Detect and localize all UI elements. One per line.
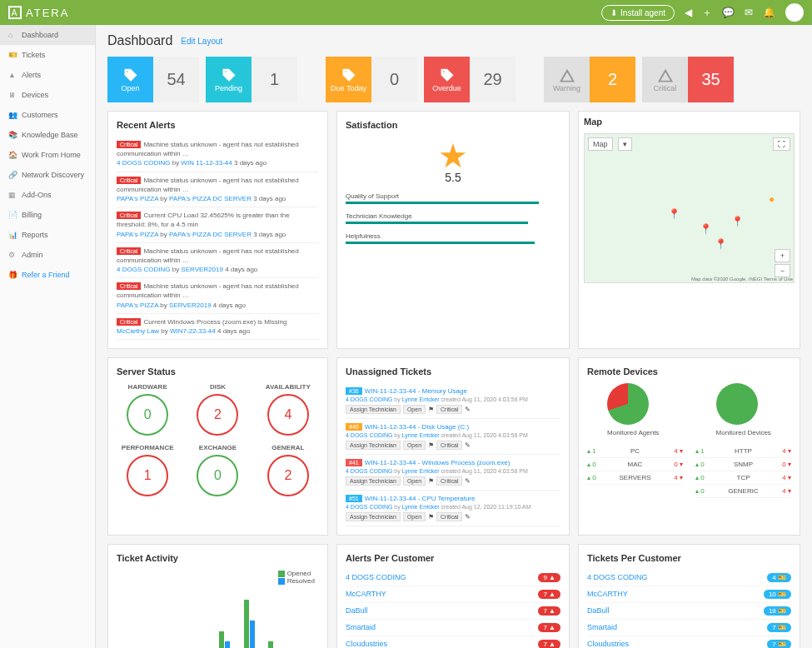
zoom-out-button[interactable]: −	[775, 264, 790, 277]
ticket-customer-link[interactable]: 4 DOGS CODING	[346, 396, 392, 402]
customer-name-link[interactable]: Cloudustries	[346, 640, 387, 648]
customer-link[interactable]: PAPA's PIZZA	[117, 302, 158, 309]
sidebar-item-devices[interactable]: 🖥Devices	[0, 85, 95, 105]
customer-row[interactable]: 4 DOGS CODING9 ▲	[346, 570, 560, 586]
open-status-button[interactable]: Open	[403, 512, 426, 521]
server-gauge-exchange[interactable]: EXCHANGE0	[187, 444, 248, 496]
stat-overdue[interactable]: Overdue29	[424, 57, 516, 102]
server-gauge-performance[interactable]: PERFORMANCE1	[117, 444, 178, 496]
sidebar-item-billing[interactable]: 📄Billing	[0, 205, 95, 225]
customer-name-link[interactable]: 4 DOGS CODING	[587, 573, 648, 582]
edit-layout-link[interactable]: Edit Layout	[181, 37, 222, 46]
customer-link[interactable]: McCarthy Law	[117, 327, 159, 335]
ticket-creator-link[interactable]: Lynne Erricker	[402, 504, 440, 510]
server-gauge-availability[interactable]: AVAILABILITY4	[257, 383, 319, 436]
chat-icon[interactable]: 💬	[722, 7, 735, 18]
sidebar-item-alerts[interactable]: ▲Alerts	[0, 65, 95, 85]
server-gauge-general[interactable]: GENERAL2	[257, 444, 319, 496]
device-link[interactable]: WIN 11-12-33-44	[181, 159, 232, 167]
sidebar-item-customers[interactable]: 👥Customers	[0, 105, 95, 125]
map-pin-icon[interactable]: ●	[769, 193, 775, 205]
ticket-title-link[interactable]: WIN-11-12-33-44 - Disk Usage (C:)	[365, 423, 469, 431]
stat-warning[interactable]: Warning2	[544, 57, 635, 102]
assign-technician-button[interactable]: Assign Technician	[346, 441, 401, 450]
customer-row[interactable]: Cloudustries7 🎫	[587, 636, 791, 648]
ticket-id-badge[interactable]: #36	[346, 387, 362, 395]
customer-row[interactable]: McCARTHY10 🎫	[587, 586, 791, 603]
map-canvas[interactable]: Map ▾ ⛶ + − 📍 📍 📍 📍 ● Map data ©2020 Goo…	[584, 133, 795, 283]
zoom-in-button[interactable]: +	[775, 249, 790, 262]
customer-name-link[interactable]: 4 DOGS CODING	[346, 573, 406, 582]
sidebar-item-tickets[interactable]: 🎫Tickets	[0, 45, 95, 65]
customer-row[interactable]: 4 DOGS CODING4 🎫	[587, 570, 791, 586]
ticket-id-badge[interactable]: #41	[346, 459, 362, 466]
device-link[interactable]: WIN7-22-33-44	[170, 327, 216, 335]
refer-friend-link[interactable]: 🎁Refer a Friend	[0, 265, 95, 285]
customer-link[interactable]: 4 DOGS CODING	[117, 159, 170, 167]
device-link[interactable]: PAPA's PIZZA DC SERVER	[169, 231, 252, 238]
alert-row[interactable]: CriticalCurrent CPU Load 32.45625% is gr…	[117, 207, 319, 243]
customer-link[interactable]: PAPA's PIZZA	[117, 231, 158, 238]
map-pin-icon[interactable]: 📍	[668, 208, 680, 220]
open-status-button[interactable]: Open	[403, 476, 426, 486]
ticket-id-badge[interactable]: #51	[346, 495, 362, 502]
customer-name-link[interactable]: Smartaid	[587, 623, 617, 632]
customer-name-link[interactable]: Smartaid	[346, 623, 376, 632]
bell-icon[interactable]: 🔔	[763, 7, 775, 18]
ticket-customer-link[interactable]: 4 DOGS CODING	[346, 432, 392, 438]
critical-priority-button[interactable]: Critical	[436, 405, 462, 414]
customer-name-link[interactable]: Cloudustries	[587, 640, 629, 648]
assign-technician-button[interactable]: Assign Technician	[346, 405, 401, 414]
ticket-creator-link[interactable]: Lynne Erricker	[402, 432, 440, 438]
customer-row[interactable]: Smartaid7 ▲	[346, 620, 560, 636]
sidebar-item-network-discovery[interactable]: 🔗Network Discovery	[0, 165, 95, 185]
ticket-customer-link[interactable]: 4 DOGS CODING	[346, 504, 392, 510]
down-count[interactable]: 4 ▾	[782, 474, 791, 481]
down-count[interactable]: 4 ▾	[674, 447, 683, 455]
open-status-button[interactable]: Open	[403, 405, 426, 414]
add-icon[interactable]: ＋	[702, 6, 712, 20]
edit-icon[interactable]: ✎	[465, 406, 471, 413]
customer-row[interactable]: DaBull7 ▲	[346, 603, 560, 620]
customer-row[interactable]: Smartaid7 🎫	[587, 620, 791, 636]
sidebar-item-knowledge-base[interactable]: 📚Knowledge Base	[0, 125, 95, 145]
ticket-customer-link[interactable]: 4 DOGS CODING	[346, 468, 392, 474]
down-count[interactable]: 4 ▾	[782, 487, 791, 495]
map-type-button[interactable]: Map	[588, 137, 613, 151]
alert-row[interactable]: CriticalCurrent Windows Process (zoom.ex…	[117, 314, 319, 340]
sidebar-item-work-from-home[interactable]: 🏠Work From Home	[0, 145, 95, 165]
down-count[interactable]: 4 ▾	[782, 447, 791, 455]
stat-open[interactable]: Open54	[107, 57, 199, 102]
fullscreen-icon[interactable]: ⛶	[773, 137, 790, 151]
edit-icon[interactable]: ✎	[465, 477, 471, 485]
user-avatar[interactable]	[785, 3, 804, 22]
sidebar-item-admin[interactable]: ⚙Admin	[0, 245, 95, 265]
stat-pending[interactable]: Pending1	[206, 57, 297, 102]
edit-icon[interactable]: ✎	[465, 441, 471, 449]
open-status-button[interactable]: Open	[403, 441, 426, 450]
server-gauge-hardware[interactable]: HARDWARE0	[117, 383, 178, 436]
device-link[interactable]: SERVER2019	[181, 266, 223, 273]
customer-row[interactable]: DaBull18 🎫	[587, 603, 791, 620]
critical-priority-button[interactable]: Critical	[436, 476, 462, 486]
customer-link[interactable]: PAPA's PIZZA	[117, 195, 158, 202]
critical-priority-button[interactable]: Critical	[436, 512, 462, 521]
ticket-title-link[interactable]: WIN-11-12-33-44 - Windows Process (zoom.…	[365, 459, 511, 466]
stat-critical[interactable]: Critical35	[642, 57, 734, 102]
down-count[interactable]: 4 ▾	[674, 474, 683, 481]
customer-row[interactable]: Cloudustries7 ▲	[346, 636, 560, 648]
customer-name-link[interactable]: McCARTHY	[346, 590, 386, 599]
assign-technician-button[interactable]: Assign Technician	[346, 512, 401, 521]
install-agent-button[interactable]: ⬇ Install agent	[601, 5, 675, 21]
device-link[interactable]: SERVER2019	[169, 302, 212, 309]
alert-row[interactable]: CriticalMachine status unknown - agent h…	[117, 172, 319, 208]
sidebar-item-add-ons[interactable]: ▦Add-Ons	[0, 185, 95, 205]
customer-name-link[interactable]: DaBull	[346, 606, 368, 616]
customer-name-link[interactable]: McCARTHY	[587, 590, 628, 599]
critical-priority-button[interactable]: Critical	[436, 441, 462, 450]
customer-link[interactable]: 4 DOGS CODING	[117, 266, 170, 273]
sidebar-item-dashboard[interactable]: ⌂Dashboard	[0, 25, 95, 45]
brand-logo[interactable]: A ATERA	[8, 6, 69, 19]
ticket-id-badge[interactable]: #40	[346, 423, 362, 431]
alert-row[interactable]: CriticalMachine status unknown - agent h…	[117, 278, 319, 314]
